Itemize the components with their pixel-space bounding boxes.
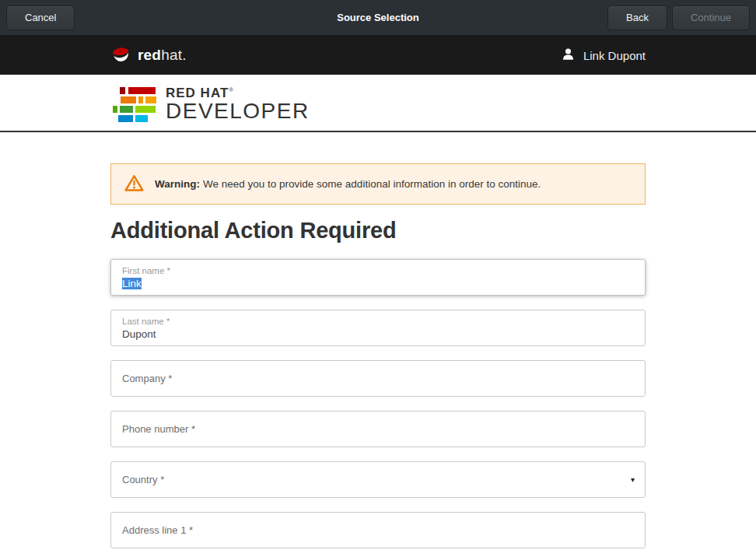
redhat-navbar: redhat. Link Dupont: [0, 36, 756, 75]
installer-header-bar: Cancel Source Selection Back Continue: [0, 0, 756, 36]
user-name: Link Dupont: [583, 49, 646, 62]
address-line1-field[interactable]: Address line 1 *: [110, 512, 646, 548]
first-name-label: First name *: [122, 265, 634, 277]
warning-alert: Warning:We need you to provide some addi…: [110, 163, 646, 205]
alert-text: Warning:We need you to provide some addi…: [155, 178, 541, 190]
main-content: Warning:We need you to provide some addi…: [0, 132, 756, 548]
redhat-logo[interactable]: redhat.: [110, 44, 187, 68]
last-name-field[interactable]: Last name * Dupont: [110, 310, 646, 346]
address-line1-label: Address line 1 *: [122, 524, 634, 536]
person-icon: [561, 47, 576, 64]
redhat-developer-logo: RED HAT® DEVELOPER: [110, 83, 646, 123]
last-name-label: Last name *: [122, 316, 634, 328]
redhat-hat-icon: [110, 44, 131, 68]
redhat-wordmark: redhat.: [138, 47, 187, 64]
first-name-value: Link: [122, 278, 142, 289]
installer-nav-buttons: Back Continue: [607, 5, 750, 30]
chevron-down-icon: ▾: [631, 476, 635, 484]
cancel-button[interactable]: Cancel: [6, 5, 75, 30]
developer-site-header: RED HAT® DEVELOPER: [0, 75, 756, 132]
first-name-field[interactable]: First name * Link: [110, 259, 646, 296]
company-field[interactable]: Company *: [110, 360, 646, 397]
back-button[interactable]: Back: [607, 5, 667, 30]
page-title: Additional Action Required: [110, 216, 646, 244]
trademark-symbol: ®: [229, 86, 234, 93]
continue-button[interactable]: Continue: [672, 5, 750, 30]
brand-line1: RED HAT®: [166, 83, 310, 100]
last-name-value: Dupont: [122, 328, 634, 341]
country-label: Country *: [122, 474, 634, 485]
user-menu[interactable]: Link Dupont: [561, 47, 646, 64]
brand-line2: DEVELOPER: [166, 100, 310, 122]
country-select[interactable]: Country * ▾: [110, 461, 646, 498]
phone-number-label: Phone number *: [122, 423, 634, 435]
company-label: Company *: [122, 373, 634, 384]
phone-number-field[interactable]: Phone number *: [110, 411, 646, 447]
logo-bars-icon: [110, 86, 159, 122]
warning-triangle-icon: [124, 174, 144, 194]
